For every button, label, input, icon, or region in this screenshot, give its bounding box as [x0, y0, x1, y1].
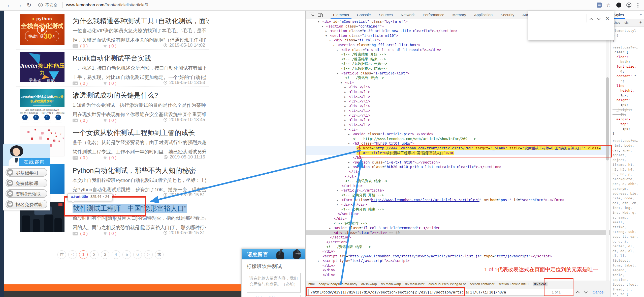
style-rule-line[interactable]: dt, dd, ol,	[610, 249, 644, 253]
style-rule-line[interactable]: table,	[610, 273, 644, 277]
style-rule-line[interactable]: font, img,	[610, 205, 644, 210]
style-rule-line[interactable]: pre, a, abbr,	[610, 181, 644, 186]
dom-node[interactable]: </li>	[306, 169, 610, 174]
expand-arrow-open[interactable]: ▼	[344, 127, 346, 132]
dom-node[interactable]: <!-- /资讯列表 结束-->	[306, 179, 610, 183]
play-icon[interactable]	[37, 24, 47, 35]
expand-arrow-open[interactable]: ▼	[326, 34, 327, 38]
article-title[interactable]: 一个女孩从软件测试工程师到主管的成长	[73, 128, 209, 137]
dom-node[interactable]: ▶<section class="i-q-txt mt10">…</sectio…	[306, 160, 610, 165]
dom-node[interactable]: </section>	[306, 211, 610, 216]
toggle-cls-button[interactable]: .cls	[624, 21, 629, 24]
style-rule-line[interactable]: object,	[610, 157, 644, 162]
tab-console[interactable]: Console	[353, 11, 375, 19]
expand-arrow-closed[interactable]: ▶	[344, 95, 346, 99]
dom-node[interactable]: ▶<article>…</article>	[306, 188, 610, 193]
tab-styles[interactable]: Styles	[614, 13, 624, 17]
style-rule-line[interactable]: height:	[610, 98, 644, 102]
article-title[interactable]: 渗透测试成功的关键是什么?	[73, 91, 209, 100]
style-rule-line[interactable]: center, dl,	[610, 244, 644, 249]
expand-arrow-closed[interactable]: ▶	[344, 99, 346, 104]
dom-node[interactable]: <!-- 好文推荐 -->	[306, 221, 610, 226]
style-rule-line[interactable]: div, span,	[610, 148, 644, 153]
style-rule-line[interactable]: fieldset,	[610, 258, 644, 263]
dom-node[interactable]: <!-- 公共分页 开始 -->	[306, 193, 610, 198]
dom-node[interactable]: <!-- /无数据提示 结束-->	[306, 66, 610, 71]
dom-node[interactable]: </section>	[306, 240, 610, 245]
style-rule-line[interactable]: .clear {	[610, 50, 644, 55]
dom-node[interactable]: ▶<li>…</li>	[306, 85, 610, 90]
browser-find-overlay[interactable]: ✕	[528, 11, 614, 40]
style-rule-line[interactable]: cite, code,	[610, 196, 644, 201]
bookmark-star-icon[interactable]: ☆	[606, 2, 610, 8]
dom-node[interactable]: ▶<li>…</li>	[306, 118, 610, 122]
expand-arrow-closed[interactable]: ▶	[337, 202, 338, 207]
dom-node[interactable]: ▶<div class="c-s-dl-li c-s-dl-li-newatc"…	[306, 47, 610, 52]
style-rule-line[interactable]: _height:	[610, 107, 644, 112]
expand-arrow-open[interactable]: ▼	[322, 24, 323, 29]
style-rule-line[interactable]: element.styl	[610, 28, 644, 33]
style-rule-line[interactable]: 1%;	[610, 112, 644, 117]
tab-sources[interactable]: Sources	[375, 11, 397, 19]
style-rule-line[interactable]: html, body,	[610, 143, 644, 148]
breadcrumb-item[interactable]: div.main-infor	[405, 282, 425, 286]
minimize-button[interactable]: —	[296, 250, 301, 257]
dom-node[interactable]: ▶<li>…</li>	[306, 122, 610, 127]
expand-arrow-closed[interactable]: ▶	[337, 48, 338, 52]
style-rule-line[interactable]: h2, h3, h4,	[610, 167, 644, 172]
style-rule-line[interactable]: 0;	[610, 69, 644, 74]
expand-arrow-closed[interactable]: ▶	[337, 198, 338, 203]
breadcrumb-item[interactable]: div.main-warp	[381, 282, 401, 286]
find-previous-icon[interactable]	[576, 291, 579, 294]
breadcrumb-item[interactable]: div#aCoursesList.bg-fa.of	[429, 282, 466, 286]
page-button-2[interactable]: 2	[90, 250, 99, 259]
tab-elements[interactable]: Elements	[329, 11, 353, 19]
style-rule-line[interactable]: ins, kbd, q,	[610, 210, 644, 215]
style-rule-line[interactable]: top:	[610, 122, 644, 126]
new-style-rule-icon[interactable]: +	[639, 20, 642, 25]
dom-node[interactable]: <!-- /搜索结果 结束 -->	[306, 57, 610, 62]
dom-node[interactable]: <!-- http://www.lemonban.com/web/article…	[306, 137, 610, 141]
style-rule-line[interactable]: strike,	[610, 225, 644, 229]
style-rule-line[interactable]: acronym,	[610, 186, 644, 191]
style-rule-line[interactable]: clear:	[610, 55, 644, 59]
expand-arrow-closed[interactable]: ▶	[344, 123, 346, 127]
dom-node[interactable]: ▶<div>…</div>	[306, 202, 610, 207]
dom-node[interactable]: ▼<section class="bg-fff artil-list-box">	[306, 43, 610, 47]
style-rule-line[interactable]: caption,	[610, 277, 644, 282]
dom-node[interactable]: ▶<form action="http://www.lemonban.com/f…	[306, 198, 610, 202]
dom-node[interactable]: ▶<aside class="i-article-pic">…</aside>	[306, 132, 610, 137]
page-button-5[interactable]: 5	[122, 250, 131, 259]
page-button-<[interactable]: <	[68, 250, 77, 259]
inspect-element-icon[interactable]	[309, 12, 314, 17]
article-title[interactable]: 为什么我精通各种测试工具+自动化测试，面试邀约却不如新...	[73, 16, 209, 25]
profile-avatar-icon[interactable]	[616, 3, 621, 8]
style-rule-line[interactable]: legend,	[610, 268, 644, 273]
expand-arrow-closed[interactable]: ▶	[344, 109, 346, 113]
dom-node[interactable]: <!-- /无数据提示 开始-->	[306, 61, 610, 66]
page-button->[interactable]: >	[144, 250, 153, 259]
dom-node[interactable]: ▼<ul>	[306, 80, 610, 85]
message-textarea[interactable]: 请在此输入留言内容，我们会尽快与您联系。（必填）	[247, 273, 301, 293]
find-overlay-close-icon[interactable]: ✕	[605, 15, 609, 21]
style-rule-line[interactable]: tbody, tfoot,	[610, 282, 644, 287]
expand-arrow-open[interactable]: ▼	[341, 80, 342, 85]
style-rule-line[interactable]: e {	[610, 33, 644, 38]
expand-arrow-closed[interactable]: ▶	[337, 188, 338, 193]
style-rule-line[interactable]: blockquote,	[610, 177, 644, 181]
dom-node[interactable]: ▶<li>…</li>	[306, 113, 610, 118]
style-rule-line[interactable]: thead, tr,	[610, 287, 644, 292]
dom-node[interactable]: </div>	[306, 249, 610, 254]
expand-arrow-open[interactable]: ▼	[333, 43, 334, 48]
dom-node[interactable]: ▶<li>…</li>	[306, 99, 610, 104]
expand-arrow-open[interactable]: ▼	[337, 71, 338, 76]
dom-node[interactable]: ▶<aside class="fl col-3 articleRecommend…	[306, 226, 610, 230]
style-rule-line[interactable]: margin-	[610, 117, 644, 122]
dom-node[interactable]: <script src="http://www.lemonban.com/sta…	[306, 254, 610, 259]
address-bar[interactable]: www.lemonban.com/front/articlelist/artic…	[66, 3, 148, 8]
expand-arrow-open[interactable]: ▼	[348, 141, 349, 146]
expand-arrow-open[interactable]: ▼	[318, 19, 319, 24]
consult-button[interactable]: 免费体验课	[6, 179, 47, 187]
dom-node[interactable]: ▼<li>	[306, 127, 610, 132]
expand-arrow-closed[interactable]: ▶	[348, 160, 349, 165]
